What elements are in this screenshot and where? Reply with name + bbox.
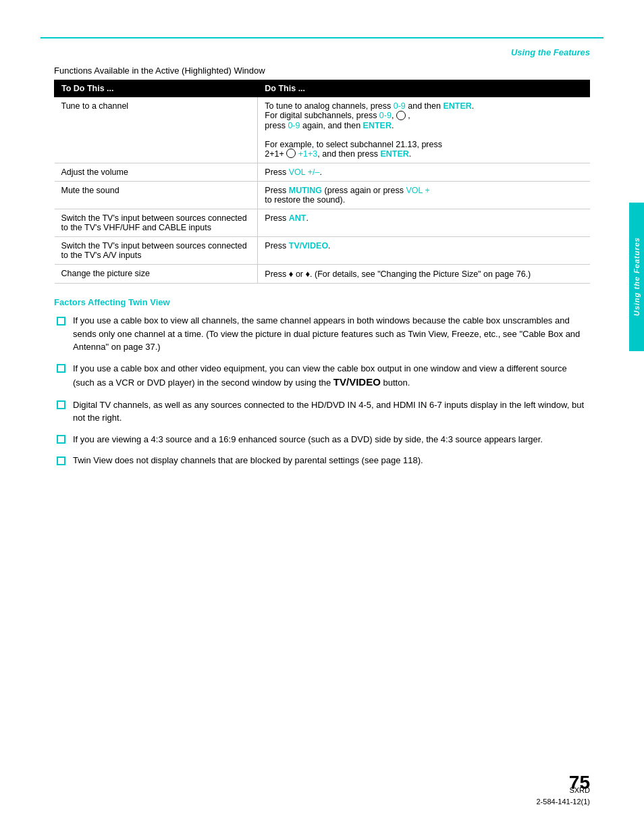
instruction-cell: Press VOL +/–. <box>258 163 590 182</box>
circle-icon-2 <box>286 149 296 158</box>
bullet-square <box>57 457 65 465</box>
instruction-cell: To tune to analog channels, press 0-9 an… <box>258 97 590 163</box>
action-cell: Switch the TV's input between sources co… <box>55 237 258 265</box>
bullet-square <box>57 435 65 444</box>
instruction-cell: Press ANT. <box>258 209 590 237</box>
instruction-cell: Press ♦ or ♦. (For details, see "Changin… <box>258 265 590 284</box>
page-header: Using the Features <box>54 47 590 57</box>
col2-header: Do This ... <box>258 80 590 97</box>
bullet-text: Digital TV channels, as well as any sour… <box>73 398 590 425</box>
table-row: Switch the TV's input between sources co… <box>55 209 590 237</box>
table-caption: Functions Available in the Active (Highl… <box>54 66 590 76</box>
model-info: SXRD 2-584-141-12(1) <box>537 785 591 807</box>
action-cell: Change the picture size <box>55 265 258 284</box>
list-item: Digital TV channels, as well as any sour… <box>54 398 590 425</box>
action-cell: Adjust the volume <box>55 163 258 182</box>
factors-heading: Factors Affecting Twin View <box>54 297 590 307</box>
factors-list: If you use a cable box to view all chann… <box>54 314 590 467</box>
bullet-text: Twin View does not display channels that… <box>73 454 423 467</box>
features-table: To Do This ... Do This ... Tune to a cha… <box>54 80 590 284</box>
list-item: If you use a cable box and other video e… <box>54 362 590 390</box>
action-cell: Switch the TV's input between sources co… <box>55 209 258 237</box>
table-row: Tune to a channel To tune to analog chan… <box>55 97 590 163</box>
action-cell: Mute the sound <box>55 182 258 209</box>
col1-header: To Do This ... <box>55 80 258 97</box>
side-tab-label: Using the Features <box>633 237 641 316</box>
bullet-icon <box>54 400 68 411</box>
model-number: 2-584-141-12(1) <box>537 798 591 806</box>
bullet-icon <box>54 315 68 326</box>
table-row: Adjust the volume Press VOL +/–. <box>55 163 590 182</box>
page-container: Using the Features Using the Features Fu… <box>0 0 644 834</box>
table-row: Mute the sound Press MUTING (press again… <box>55 182 590 209</box>
bullet-square <box>57 400 65 409</box>
bullet-icon <box>54 434 68 445</box>
bullet-text: If you use a cable box to view all chann… <box>73 314 590 354</box>
bullet-icon <box>54 455 68 466</box>
section-title: Using the Features <box>511 47 590 57</box>
list-item: If you use a cable box to view all chann… <box>54 314 590 354</box>
bullet-square <box>57 317 65 325</box>
action-cell: Tune to a channel <box>55 97 258 163</box>
instruction-cell: Press TV/VIDEO. <box>258 237 590 265</box>
instruction-cell: Press MUTING (press again or press VOL +… <box>258 182 590 209</box>
table-row: Switch the TV's input between sources co… <box>55 237 590 265</box>
circle-icon <box>396 111 406 120</box>
side-tab: Using the Features <box>629 203 644 351</box>
bullet-icon <box>54 363 68 374</box>
top-decorative-line <box>41 37 603 38</box>
bullet-square <box>57 364 65 373</box>
model-name: SXRD <box>569 786 590 794</box>
bullet-text: If you use a cable box and other video e… <box>73 362 590 390</box>
list-item: Twin View does not display channels that… <box>54 454 590 467</box>
bullet-text: If you are viewing a 4:3 source and a 16… <box>73 433 543 446</box>
table-row: Change the picture size Press ♦ or ♦. (F… <box>55 265 590 284</box>
list-item: If you are viewing a 4:3 source and a 16… <box>54 433 590 446</box>
